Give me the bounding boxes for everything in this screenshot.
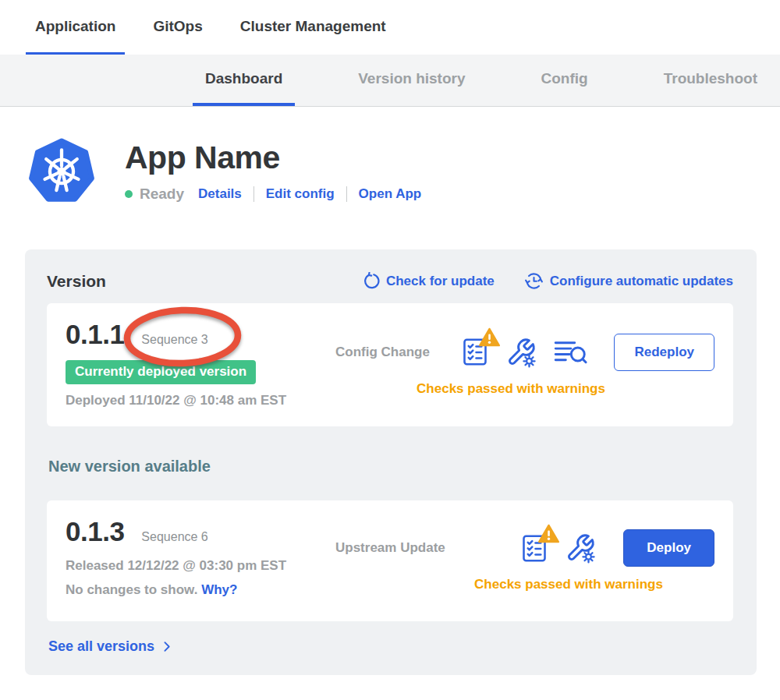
version-line: 0.1.3 Sequence 6 (66, 516, 335, 547)
page-title: App Name (125, 140, 421, 176)
deploy-button[interactable]: Deploy (623, 529, 714, 567)
top-nav-item-label: Cluster Management (240, 18, 386, 35)
deployed-timestamp: Deployed 11/10/22 @ 10:48 am EST (66, 393, 335, 408)
redeploy-button[interactable]: Redeploy (614, 334, 714, 371)
see-all-versions-label: See all versions (48, 638, 154, 655)
tab-config[interactable]: Config (529, 55, 601, 106)
version-card-actions: Check for update Configure automatic upd… (362, 271, 733, 291)
divider (346, 186, 347, 202)
available-version-deploy-area: Upstream Update (335, 516, 714, 606)
edit-config-icon[interactable] (505, 336, 537, 369)
deploy-line: Upstream Update (335, 529, 714, 567)
refresh-icon (362, 272, 380, 290)
check-for-update-label: Check for update (386, 274, 495, 289)
tab-version-history[interactable]: Version history (346, 55, 477, 106)
checks-status-text: Checks passed with warnings (335, 577, 714, 592)
no-changes-line: No changes to show. Why? (66, 582, 335, 598)
tab-troubleshoot[interactable]: Troubleshoot (651, 55, 770, 106)
edit-config-icon[interactable] (564, 532, 597, 564)
top-nav-item-cluster-management[interactable]: Cluster Management (231, 0, 395, 55)
app-dashboard-page: Application GitOps Cluster Management Da… (0, 0, 780, 700)
preflight-checks-icon[interactable] (520, 532, 548, 564)
see-all-versions-link[interactable]: See all versions (48, 638, 173, 655)
preflight-checks-icon[interactable] (461, 336, 489, 368)
app-title-block: App Name Ready Details Edit config Open … (125, 138, 421, 203)
view-files-icon[interactable] (553, 338, 587, 367)
tab-dashboard[interactable]: Dashboard (193, 55, 295, 106)
warning-triangle-icon (479, 327, 500, 347)
tab-label: Troubleshoot (664, 70, 757, 87)
top-nav: Application GitOps Cluster Management (0, 0, 780, 55)
no-changes-text: No changes to show. (66, 582, 197, 597)
top-nav-item-label: GitOps (153, 18, 202, 35)
deploy-line: Config Change (335, 334, 714, 371)
warning-triangle-icon (538, 524, 559, 543)
version-source-label: Upstream Update (335, 540, 445, 556)
available-version-info: 0.1.3 Sequence 6 Released 12/12/22 @ 03:… (66, 516, 335, 606)
version-card: Version Check for update (25, 249, 757, 675)
currently-deployed-badge: Currently deployed version (66, 360, 256, 384)
current-version-sequence: Sequence 3 (141, 333, 207, 347)
version-line: 0.1.1 Sequence 3 (66, 319, 335, 350)
chevron-right-icon (160, 640, 173, 653)
tab-label: Version history (358, 70, 465, 87)
top-nav-item-application[interactable]: Application (26, 0, 125, 55)
available-version-row: 0.1.3 Sequence 6 Released 12/12/22 @ 03:… (47, 500, 733, 621)
check-for-update-link[interactable]: Check for update (362, 272, 495, 290)
current-version-deploy-area: Config Change (335, 319, 714, 411)
available-version-sequence: Sequence 6 (141, 530, 207, 544)
top-nav-item-gitops[interactable]: GitOps (144, 0, 211, 55)
current-version-info: 0.1.1 Sequence 3 Currently deployed vers… (66, 319, 335, 411)
released-timestamp: Released 12/12/22 @ 03:30 pm EST (66, 558, 335, 574)
app-header: App Name Ready Details Edit config Open … (28, 138, 780, 205)
app-status-row: Ready Details Edit config Open App (125, 186, 421, 203)
configure-automatic-updates-link[interactable]: Configure automatic updates (524, 271, 733, 291)
ready-status-dot-icon (125, 190, 133, 198)
current-version-row: 0.1.1 Sequence 3 Currently deployed vers… (47, 303, 733, 426)
version-action-icons (520, 532, 597, 564)
version-card-title: Version (47, 272, 106, 291)
divider (254, 186, 254, 202)
top-nav-item-label: Application (35, 18, 115, 35)
status-badge: Ready (140, 186, 184, 203)
available-version-number: 0.1.3 (66, 516, 124, 547)
tab-label: Config (541, 70, 588, 87)
checks-status-text: Checks passed with warnings (335, 381, 714, 397)
scheduled-update-icon (524, 271, 544, 291)
why-link[interactable]: Why? (201, 582, 237, 597)
version-action-icons (461, 336, 587, 369)
details-link[interactable]: Details (198, 186, 242, 202)
new-version-heading: New version available (48, 458, 733, 476)
version-source-label: Config Change (335, 345, 430, 360)
edit-config-link[interactable]: Edit config (266, 186, 335, 202)
current-version-number: 0.1.1 (66, 319, 124, 350)
open-app-link[interactable]: Open App (359, 186, 422, 202)
configure-automatic-updates-label: Configure automatic updates (550, 274, 733, 289)
app-tab-bar: Dashboard Version history Config Trouble… (0, 55, 780, 107)
kubernetes-logo-icon (28, 138, 95, 205)
tab-label: Dashboard (205, 70, 282, 87)
version-card-header: Version Check for update (47, 271, 733, 291)
